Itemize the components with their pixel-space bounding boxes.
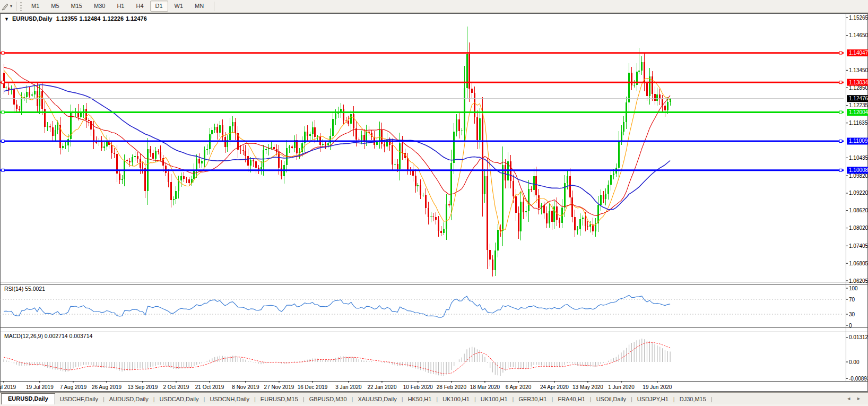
svg-text:27 Nov 2019: 27 Nov 2019 (264, 384, 294, 390)
timeframe-button-d1[interactable]: D1 (150, 1, 168, 12)
svg-text:28 Feb 2020: 28 Feb 2020 (437, 384, 467, 390)
timeframe-button-m30[interactable]: M30 (89, 1, 110, 12)
timeframe-button-m5[interactable]: M5 (46, 1, 64, 12)
chart-dropdown-icon[interactable]: ▼ (4, 16, 9, 22)
tab-usoil-daily[interactable]: USOil,Daily (592, 394, 631, 404)
current-price-label: 1.12476 (847, 95, 868, 102)
toolbar-separator (214, 2, 214, 11)
timeframe-button-mn[interactable]: MN (189, 1, 209, 12)
svg-text:8 Nov 2019: 8 Nov 2019 (232, 384, 259, 390)
toolbar-grip-handle[interactable] (20, 2, 22, 11)
tab-gbpusd-m30[interactable]: GBPUSD,M30 (305, 394, 352, 404)
line-anchor-handle[interactable] (839, 140, 842, 142)
timeframe-button-h4[interactable]: H4 (131, 1, 149, 12)
chart-tabs: EURUSD,DailyUSDCHF,Daily|AUDUSD,Daily|US… (0, 393, 713, 404)
macd-indicator-label: MACD(12,26,9) 0.002714 0.003714 (4, 333, 92, 339)
tab-hk50-h1[interactable]: HK50,H1 (403, 394, 437, 404)
svg-text:-0.00893: -0.00893 (849, 376, 868, 382)
macd-axis: 0.0131210.00-0.00893 (846, 334, 868, 381)
tab-audusd-daily[interactable]: AUDUSD,Daily (105, 394, 153, 404)
svg-text:19 Jul 2019: 19 Jul 2019 (26, 384, 54, 390)
svg-text:1.12235: 1.12235 (849, 102, 868, 108)
tab-eurusd-m15[interactable]: EURUSD,M15 (256, 394, 303, 404)
svg-text:1 Jun 2020: 1 Jun 2020 (608, 384, 635, 390)
svg-text:70: 70 (849, 297, 855, 303)
svg-text:13 Sep 2019: 13 Sep 2019 (128, 384, 158, 390)
line-anchor-handle[interactable] (2, 51, 4, 54)
svg-text:1.10435: 1.10435 (849, 155, 868, 161)
tab-uk100-h1[interactable]: UK100,H1 (476, 394, 513, 404)
hline-price-label: 1.10008 (847, 167, 868, 174)
line-anchor-handle[interactable] (839, 51, 842, 54)
toolbar-separator (16, 2, 16, 11)
chart-ohlc-title[interactable]: ▼EURUSD,Daily 1.123551.124841.122261.124… (4, 15, 149, 22)
svg-text:100: 100 (849, 286, 858, 291)
tab-usdcnh-daily[interactable]: USDCNH,Daily (205, 394, 254, 404)
tab-scroll-left-icon[interactable]: ◄ (844, 396, 854, 401)
svg-text:24 Apr 2020: 24 Apr 2020 (540, 384, 569, 390)
timeframe-button-w1[interactable]: W1 (169, 1, 189, 12)
tab-usdchf-daily[interactable]: USDCHF,Daily (55, 394, 103, 404)
svg-text:7 Aug 2019: 7 Aug 2019 (60, 384, 87, 390)
chart-window: 1.152651.146501.134501.128501.122351.116… (0, 13, 868, 392)
svg-text:0.013121: 0.013121 (849, 334, 868, 340)
line-anchor-handle[interactable] (2, 111, 4, 114)
line-anchor-handle[interactable] (839, 111, 842, 114)
line-anchor-handle[interactable] (2, 169, 4, 171)
chart-cursor-icon[interactable] (1, 2, 10, 11)
tab-uk100-h1[interactable]: UK100,H1 (438, 394, 474, 404)
tab-divider: | (711, 394, 713, 404)
svg-text:21 Oct 2019: 21 Oct 2019 (195, 384, 224, 390)
chevron-down-icon[interactable]: ▾ (10, 4, 12, 8)
svg-text:1.13450: 1.13450 (849, 67, 868, 73)
tab-usdjpy-h1[interactable]: USDJPY,H1 (632, 394, 673, 404)
svg-text:1.06205: 1.06205 (849, 278, 868, 284)
chart-borders (0, 13, 868, 392)
timeframe-button-m1[interactable]: M1 (26, 1, 45, 12)
ohlc-low: 1.12226 (102, 15, 124, 22)
tab-fra40-h1[interactable]: FRA40,H1 (553, 394, 589, 404)
svg-text:1 Jul 2019: 1 Jul 2019 (0, 384, 16, 390)
tab-scroll-controls: ◄ ► (844, 393, 868, 404)
svg-text:1.12004: 1.12004 (849, 109, 868, 115)
svg-text:1.14650: 1.14650 (849, 32, 868, 38)
tab-usdcad-daily[interactable]: USDCAD,Daily (155, 394, 204, 404)
svg-text:16 Dec 2019: 16 Dec 2019 (298, 384, 328, 390)
hline-price-label: 1.14047 (847, 49, 868, 56)
svg-text:19 Jun 2020: 19 Jun 2020 (643, 384, 672, 390)
tab-dj30-m15[interactable]: DJ30,M15 (675, 394, 711, 404)
top-toolbar: ▾ M1M5M15M30H1H4D1W1MN (0, 0, 868, 13)
chart-canvas[interactable]: 1.152651.146501.134501.128501.122351.116… (0, 13, 868, 392)
line-anchor-handle[interactable] (839, 169, 842, 171)
moving-average-line (4, 70, 670, 232)
tab-ger30-h1[interactable]: GER30,H1 (514, 394, 551, 404)
timeframe-button-h1[interactable]: H1 (111, 1, 129, 12)
candlesticks (3, 27, 671, 276)
ohlc-close: 1.12476 (126, 15, 147, 22)
svg-text:3 Jan 2020: 3 Jan 2020 (335, 384, 362, 390)
svg-text:1.14047: 1.14047 (849, 50, 868, 56)
svg-text:1.11635: 1.11635 (849, 120, 868, 126)
hline-price-label: 1.12004 (847, 109, 868, 116)
svg-text:0: 0 (849, 323, 852, 329)
tab-scroll-right-icon[interactable]: ► (854, 396, 864, 401)
svg-text:2 Oct 2019: 2 Oct 2019 (163, 384, 189, 390)
line-anchor-handle[interactable] (2, 81, 4, 84)
svg-text:1.08020: 1.08020 (849, 225, 868, 231)
timeframe-buttons: M1M5M15M30H1H4D1W1MN (25, 1, 210, 12)
svg-text:0.00: 0.00 (849, 359, 860, 365)
tab-xauusd-daily[interactable]: XAUUSD,Daily (353, 394, 401, 404)
svg-text:1.10008: 1.10008 (849, 167, 868, 173)
hline-price-label: 1.11009 (847, 137, 868, 144)
ohlc-high: 1.12484 (80, 15, 101, 22)
svg-text:1.13034: 1.13034 (849, 80, 868, 85)
tab-eurusd-daily[interactable]: EURUSD,Daily (1, 393, 55, 404)
line-anchor-handle[interactable] (2, 140, 4, 142)
svg-text:22 Jan 2020: 22 Jan 2020 (367, 384, 396, 390)
line-anchor-handle[interactable] (839, 81, 842, 84)
svg-text:26 Aug 2019: 26 Aug 2019 (92, 384, 122, 390)
svg-text:30: 30 (849, 312, 855, 317)
timeframe-button-m15[interactable]: M15 (66, 1, 88, 12)
ohlc-open: 1.12355 (56, 15, 77, 22)
svg-text:1.06805: 1.06805 (849, 261, 868, 266)
